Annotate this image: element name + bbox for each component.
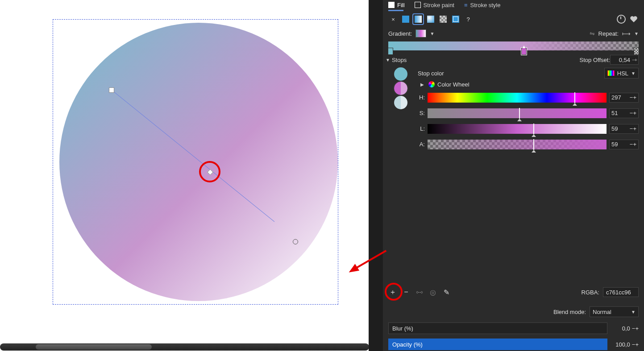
linear-gradient-icon bbox=[415, 16, 422, 23]
stop-swatch-1[interactable] bbox=[394, 82, 407, 95]
l-input[interactable]: 59−+ bbox=[609, 124, 639, 134]
stepper-icon[interactable]: −+ bbox=[630, 110, 636, 116]
stop-list bbox=[388, 67, 413, 152]
chevron-down-icon[interactable]: ▼ bbox=[430, 31, 434, 36]
stepper-icon[interactable]: −+ bbox=[632, 341, 639, 348]
h-label: H: bbox=[418, 94, 425, 101]
horizontal-scrollbar[interactable] bbox=[0, 343, 369, 351]
stop-offset-label: Stop Offset: bbox=[580, 57, 610, 63]
paint-flat-button[interactable] bbox=[401, 14, 411, 24]
hue-spectrum-icon bbox=[607, 70, 615, 76]
a-input[interactable]: 59−+ bbox=[609, 140, 639, 149]
clock-icon bbox=[617, 15, 626, 24]
rgba-input[interactable]: c761cc96 bbox=[603, 287, 639, 297]
l-label: L: bbox=[418, 125, 425, 132]
swatch-icon bbox=[452, 16, 459, 23]
l-slider[interactable] bbox=[428, 124, 607, 134]
gradient-stop-0[interactable] bbox=[388, 48, 393, 55]
favorite-button[interactable] bbox=[629, 14, 639, 24]
s-label: S: bbox=[418, 110, 425, 116]
paint-unknown-button[interactable]: ? bbox=[463, 14, 473, 24]
h-slider[interactable] bbox=[428, 93, 607, 103]
tab-stroke-style[interactable]: ≡Stroke style bbox=[464, 2, 501, 8]
tab-stroke-paint-label: Stroke paint bbox=[424, 2, 454, 8]
paint-linear-gradient-button[interactable] bbox=[413, 14, 423, 24]
horizontal-scrollbar-thumb[interactable] bbox=[36, 344, 152, 350]
gradient-stop-2[interactable] bbox=[634, 48, 639, 55]
gradient-preview-bar[interactable] bbox=[388, 41, 639, 50]
h-input[interactable]: 297−+ bbox=[609, 93, 639, 103]
stepper-icon[interactable]: −+ bbox=[632, 325, 639, 332]
chevron-down-icon: ▼ bbox=[631, 71, 636, 76]
paint-pattern-button[interactable] bbox=[438, 14, 448, 24]
repeat-label: Repeat: bbox=[598, 30, 619, 37]
chevron-down-icon[interactable]: ▼ bbox=[386, 58, 390, 62]
paint-none-button[interactable]: × bbox=[388, 14, 398, 24]
paint-radial-gradient-button[interactable] bbox=[426, 14, 436, 24]
stop-color-label: Stop color bbox=[418, 70, 444, 77]
stop-swatch-0[interactable] bbox=[394, 67, 407, 81]
a-label: A: bbox=[418, 141, 425, 148]
rgba-label: RGBA: bbox=[582, 289, 599, 296]
close-icon: × bbox=[391, 16, 395, 23]
question-icon: ? bbox=[466, 16, 469, 23]
gradient-stop-1[interactable] bbox=[521, 48, 527, 55]
color-mode-value: HSL bbox=[617, 70, 628, 77]
opacity-slider[interactable]: Opacity (%) bbox=[388, 339, 607, 350]
stop-swatch-2[interactable] bbox=[394, 96, 407, 109]
gradient-start-handle[interactable] bbox=[109, 87, 114, 93]
stop-offset-input[interactable]: 0,54 − + bbox=[610, 55, 639, 65]
chevron-down-icon[interactable]: ▼ bbox=[634, 31, 639, 36]
stepper-icon[interactable]: −+ bbox=[630, 125, 636, 132]
tab-stroke-style-label: Stroke style bbox=[470, 2, 501, 8]
canvas[interactable] bbox=[0, 0, 382, 351]
tab-fill-label: Fill bbox=[397, 2, 405, 8]
dock-splitter[interactable]: ⋮ ⎋ bbox=[369, 0, 383, 351]
radial-gradient-icon bbox=[427, 16, 434, 23]
chevron-right-icon[interactable]: ▶ bbox=[420, 82, 424, 87]
repeat-none-icon[interactable]: ⟼ bbox=[622, 30, 631, 37]
gradient-end-handle[interactable] bbox=[293, 239, 298, 244]
heart-icon bbox=[630, 15, 638, 23]
color-wheel-label[interactable]: Color Wheel bbox=[437, 81, 469, 88]
stepper-icon[interactable]: −+ bbox=[630, 141, 636, 148]
gradient-selector[interactable] bbox=[415, 29, 426, 37]
gradient-label: Gradient: bbox=[388, 30, 412, 37]
flat-color-icon bbox=[402, 16, 409, 23]
blur-label: Blur (%) bbox=[392, 325, 413, 332]
stepper-icon[interactable]: −+ bbox=[630, 94, 636, 101]
blend-mode-value: Normal bbox=[593, 309, 611, 315]
stop-offset-value: 0,54 bbox=[619, 57, 630, 63]
blur-input[interactable]: 0,0−+ bbox=[611, 325, 639, 332]
chevron-down-icon: ▼ bbox=[631, 310, 636, 314]
a-slider[interactable] bbox=[428, 140, 607, 149]
history-button[interactable] bbox=[616, 14, 626, 24]
color-mode-selector[interactable]: HSL ▼ bbox=[604, 68, 639, 78]
gradient-circle-object[interactable] bbox=[59, 23, 338, 301]
s-input[interactable]: 51−+ bbox=[609, 108, 639, 118]
paint-swatch-button[interactable] bbox=[451, 14, 461, 24]
opacity-label: Opacity (%) bbox=[392, 341, 423, 348]
pattern-icon bbox=[440, 16, 447, 23]
fill-stroke-panel: Fill Stroke paint ≡Stroke style × ? Grad… bbox=[383, 0, 644, 351]
color-wheel-icon bbox=[428, 81, 435, 87]
blend-mode-label: Blend mode: bbox=[553, 309, 586, 315]
stepper-icon[interactable]: − + bbox=[632, 57, 636, 62]
blur-slider[interactable]: Blur (%) bbox=[388, 322, 607, 334]
stops-header: Stops bbox=[392, 57, 407, 63]
tab-stroke-paint[interactable]: Stroke paint bbox=[415, 2, 454, 8]
reverse-gradient-icon[interactable]: ⇋ bbox=[590, 30, 595, 37]
opacity-input[interactable]: 100,0−+ bbox=[611, 341, 639, 348]
blend-mode-selector[interactable]: Normal ▼ bbox=[590, 306, 639, 317]
s-slider[interactable] bbox=[428, 108, 607, 118]
tab-fill[interactable]: Fill bbox=[388, 2, 405, 8]
